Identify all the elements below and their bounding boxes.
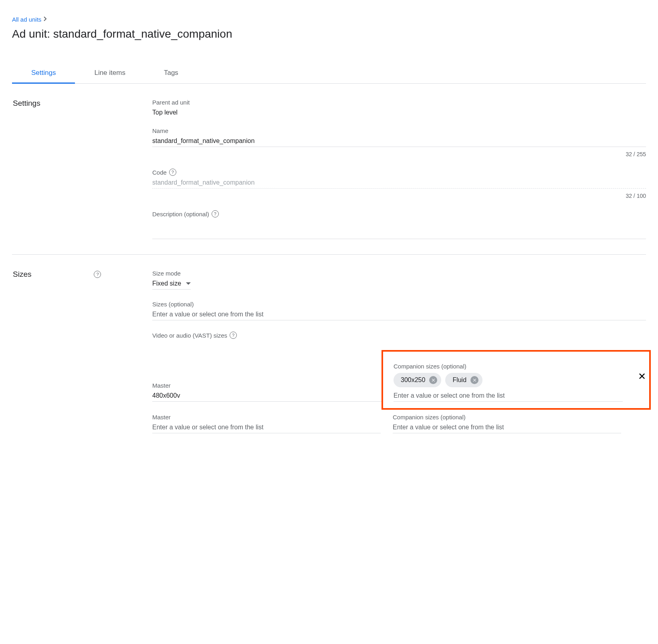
close-icon[interactable]: ✕: [638, 371, 646, 394]
tab-line-items[interactable]: Line items: [75, 62, 144, 83]
help-icon[interactable]: ?: [230, 332, 237, 339]
sizes-input[interactable]: [152, 311, 646, 318]
companion-input-2[interactable]: [393, 424, 621, 431]
description-input[interactable]: [152, 229, 646, 237]
size-mode-dropdown[interactable]: Fixed size: [152, 280, 191, 290]
name-label: Name: [152, 127, 646, 134]
chip-fluid: Fluid ✕: [445, 373, 482, 387]
companion-sizes-label: Companion sizes (optional): [393, 414, 621, 421]
dropdown-arrow-icon: [186, 282, 191, 285]
parent-ad-unit-label: Parent ad unit: [152, 99, 646, 106]
parent-ad-unit-value: Top level: [152, 109, 646, 116]
tabs: Settings Line items Tags: [12, 62, 646, 84]
page-title: Ad unit: standard_format_native_companio…: [12, 28, 646, 40]
companion-input-1[interactable]: [394, 392, 623, 399]
code-input: [152, 179, 646, 186]
chip-300x250: 300x250 ✕: [394, 373, 441, 387]
chevron-right-icon: [44, 16, 47, 22]
breadcrumb-all-ad-units[interactable]: All ad units: [12, 16, 41, 23]
master-label: Master: [152, 414, 381, 421]
sizes-heading: Sizes: [12, 270, 31, 279]
size-mode-value: Fixed size: [152, 280, 181, 287]
help-icon[interactable]: ?: [169, 169, 176, 176]
settings-section: Settings Parent ad unit Top level Name 3…: [12, 84, 646, 255]
chip-close-icon[interactable]: ✕: [470, 376, 478, 384]
help-icon[interactable]: ?: [212, 210, 219, 217]
tab-tags[interactable]: Tags: [145, 62, 198, 83]
master-label: Master: [152, 382, 381, 389]
master-input-1[interactable]: [152, 392, 381, 399]
code-counter: 32 / 100: [152, 193, 646, 199]
name-input[interactable]: [152, 137, 646, 145]
sizes-section: Sizes ? Size mode Fixed size Sizes (opti…: [12, 255, 646, 461]
chip-close-icon[interactable]: ✕: [429, 376, 437, 384]
name-counter: 32 / 255: [152, 151, 646, 157]
code-label: Code ?: [152, 169, 646, 176]
description-label: Description (optional) ?: [152, 210, 646, 217]
tab-settings[interactable]: Settings: [12, 62, 75, 83]
settings-heading: Settings: [12, 99, 40, 108]
companion-sizes-label: Companion sizes (optional): [394, 363, 623, 370]
breadcrumb: All ad units: [12, 16, 646, 23]
size-mode-label: Size mode: [152, 270, 646, 277]
sizes-optional-label: Sizes (optional): [152, 301, 646, 308]
master-input-2[interactable]: [152, 424, 381, 431]
help-icon[interactable]: ?: [94, 271, 101, 278]
vast-sizes-label: Video or audio (VAST) sizes ?: [152, 332, 646, 339]
